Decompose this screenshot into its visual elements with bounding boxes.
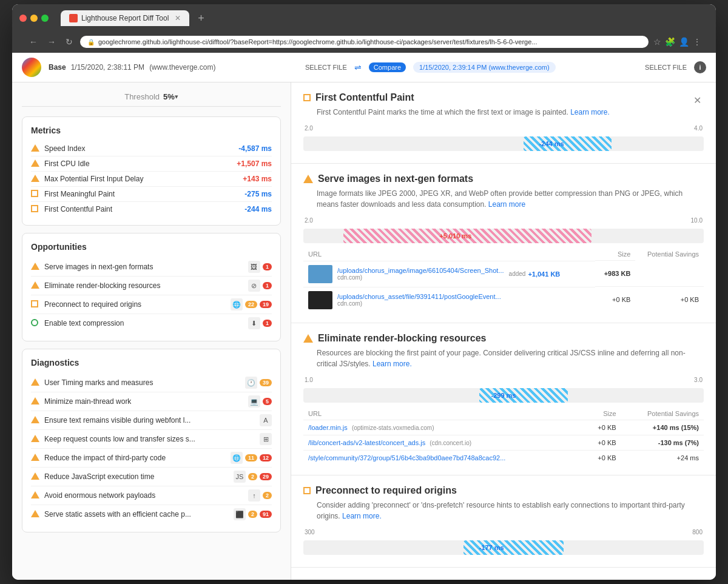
opp-serve-images[interactable]: Serve images in next-gen formats 🖼 1 (31, 258, 272, 277)
bar-container: +5,010 ms (303, 229, 704, 243)
bar-label-left: 2.0 (305, 217, 313, 224)
metric-name: Max Potential First Input Delay (44, 175, 243, 183)
diag-third-party[interactable]: Reduce the impact of third-party code 🌐 … (31, 449, 272, 468)
size-value: +0 KB (583, 420, 621, 435)
savings-value: +983 KB (595, 261, 636, 287)
badge-group: ⬛ 2 91 (234, 508, 272, 520)
opp-name: Serve images in next-gen formats (44, 263, 248, 271)
badge-group: JS 2 29 (234, 471, 272, 483)
triangle-icon (303, 175, 313, 183)
metric-first-cpu-idle[interactable]: First CPU Idle +1,507 ms (31, 156, 272, 172)
bar-value: +5,010 ms (439, 232, 471, 240)
metric-first-meaningful-paint[interactable]: First Meaningful Paint -275 ms (31, 187, 272, 202)
savings-value: +140 ms (15%) (621, 420, 704, 435)
detail-desc: Image formats like JPEG 2000, JPEG XR, a… (303, 188, 704, 210)
image-icon: 🖼 (248, 261, 260, 273)
diag-static-assets[interactable]: Serve static assets with an efficient ca… (31, 505, 272, 523)
metric-max-potential[interactable]: Max Potential First Input Delay +143 ms (31, 172, 272, 187)
bar-labels: 2.0 10.0 (303, 217, 704, 224)
detail-serve-images: Serve images in next-gen formats Image f… (291, 164, 716, 323)
metrics-card: Metrics Speed Index -4,587 ms First CPU … (22, 116, 281, 226)
diag-name: Minimize main-thread work (44, 397, 248, 406)
detail-first-contentful-paint: First Contentful Paint First Contentful … (291, 82, 716, 164)
opp-text-compression[interactable]: Enable text compression ⬇ 1 (31, 314, 272, 332)
tab-favicon-icon (69, 14, 78, 22)
forward-button[interactable]: → (45, 35, 58, 49)
diag-network-payloads[interactable]: Avoid enormous network payloads ↑ 2 (31, 486, 272, 505)
cpu-icon: 💻 (248, 395, 260, 408)
detail-desc: Resources are blocking the first paint o… (303, 347, 704, 369)
threshold-dropdown-button[interactable]: ▾ (175, 93, 178, 101)
diag-name: Reduce the impact of third-party code (44, 454, 231, 462)
size-value: +0 KB (595, 287, 636, 313)
savings-value: +24 ms (621, 450, 704, 465)
bar-container: -299 ms (303, 388, 704, 403)
opp-name: Preconnect to required origins (44, 300, 231, 309)
minimize-window-btn[interactable] (30, 15, 38, 22)
base-date: 1/15/2020, 2:38:11 PM (71, 63, 144, 72)
menu-icon[interactable]: ⋮ (693, 37, 701, 47)
diag-minimize-main-thread[interactable]: Minimize main-thread work 💻 5 (31, 392, 272, 411)
diagnostics-card: Diagnostics User Timing marks and measur… (22, 349, 281, 532)
font-icon: A (260, 414, 272, 426)
learn-more-link[interactable]: Learn more (488, 200, 525, 209)
bar-value: -244 ms (539, 140, 564, 147)
bar-label-left: 1.0 (305, 377, 313, 383)
extensions-icon[interactable]: 🧩 (665, 37, 675, 47)
info-button[interactable]: i (694, 61, 706, 73)
compress-icon: ⬇ (248, 317, 260, 329)
triangle-icon (31, 416, 39, 425)
detail-title: Preconnect to required origins (315, 485, 457, 496)
metric-first-contentful-paint[interactable]: First Contentful Paint -244 ms (31, 202, 272, 216)
maximize-window-btn[interactable] (41, 15, 49, 22)
square-icon (31, 205, 39, 213)
detail-desc: Consider adding 'preconnect' or 'dns-pre… (303, 500, 704, 522)
profile-icon[interactable]: 👤 (679, 37, 689, 47)
bar-label-right: 3.0 (694, 377, 703, 383)
metric-value: -4,587 ms (238, 144, 272, 153)
metric-speed-index[interactable]: Speed Index -4,587 ms (31, 141, 272, 156)
address-bar[interactable]: 🔒 googlechrome.github.io/lighthouse-ci/d… (80, 36, 649, 48)
badge-group: 🖼 1 (248, 261, 272, 273)
opp-eliminate-render[interactable]: Eliminate render-blocking resources ⊘ 1 (31, 277, 272, 295)
diag-text-visible[interactable]: Ensure text remains visible during webfo… (31, 411, 272, 430)
opportunities-card: Opportunities Serve images in next-gen f… (22, 233, 281, 341)
badge-count: 1 (263, 263, 272, 270)
metrics-list: Speed Index -4,587 ms First CPU Idle +1,… (31, 141, 272, 216)
badge-group: 🕐 39 (245, 377, 272, 389)
threshold-value: 5% (163, 92, 175, 101)
close-button[interactable]: ✕ (691, 92, 704, 109)
bookmark-icon[interactable]: ☆ (653, 37, 661, 47)
diag-request-counts[interactable]: Keep request counts low and transfer siz… (31, 430, 272, 449)
triangle-icon (31, 175, 39, 183)
square-icon (31, 190, 39, 198)
tab-close-icon[interactable]: ✕ (175, 14, 181, 22)
learn-more-link[interactable]: Learn more. (372, 360, 412, 368)
badge-count: 1 (263, 282, 272, 289)
diag-user-timing[interactable]: User Timing marks and measures 🕐 39 (31, 374, 272, 392)
detail-title-row: First Contentful Paint (303, 92, 610, 103)
select-file-left-button[interactable]: SELECT FILE (305, 64, 347, 71)
file-cell: /style/community/372/group/51/6b4c3ba9bd… (303, 450, 583, 465)
diag-name: Serve static assets with an efficient ca… (44, 510, 234, 519)
select-file-right-button[interactable]: SELECT FILE (645, 64, 687, 71)
refresh-button[interactable]: ↻ (63, 35, 75, 49)
close-window-btn[interactable] (19, 15, 27, 22)
base-label: Base (49, 63, 66, 72)
file-cell: /lib/concert-ads/v2-latest/concert_ads.j… (303, 435, 583, 450)
col-size: Size (583, 408, 621, 420)
active-tab[interactable]: Lighthouse Report Diff Tool ✕ (61, 10, 189, 26)
metric-value: +143 ms (243, 175, 272, 183)
nav-action-buttons: ☆ 🧩 👤 ⋮ (653, 37, 701, 47)
opp-preconnect[interactable]: Preconnect to required origins 🌐 22 19 (31, 295, 272, 314)
tab-title: Lighthouse Report Diff Tool (81, 14, 169, 22)
learn-more-link[interactable]: Learn more. (342, 512, 382, 520)
file-thumbnail (308, 265, 332, 283)
badge-count: 2 (263, 492, 272, 499)
back-button[interactable]: ← (27, 35, 40, 49)
new-tab-button[interactable]: + (194, 11, 208, 26)
learn-more-link[interactable]: Learn more. (570, 108, 610, 116)
opp-name: Eliminate render-blocking resources (44, 281, 248, 290)
diag-js-execution[interactable]: Reduce JavaScript execution time JS 2 29 (31, 468, 272, 486)
detail-title: First Contentful Paint (315, 92, 414, 103)
